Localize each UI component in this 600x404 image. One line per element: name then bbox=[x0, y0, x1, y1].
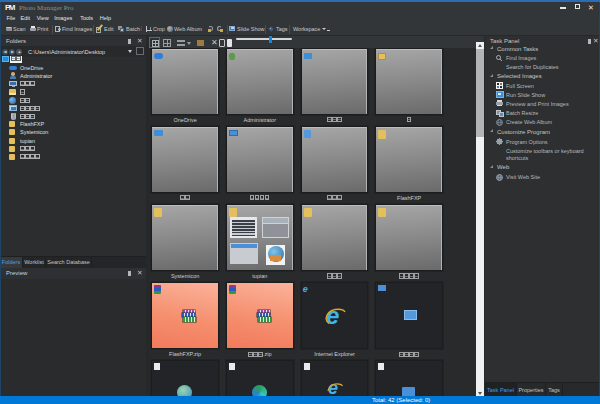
svg-text:e: e bbox=[326, 302, 339, 329]
